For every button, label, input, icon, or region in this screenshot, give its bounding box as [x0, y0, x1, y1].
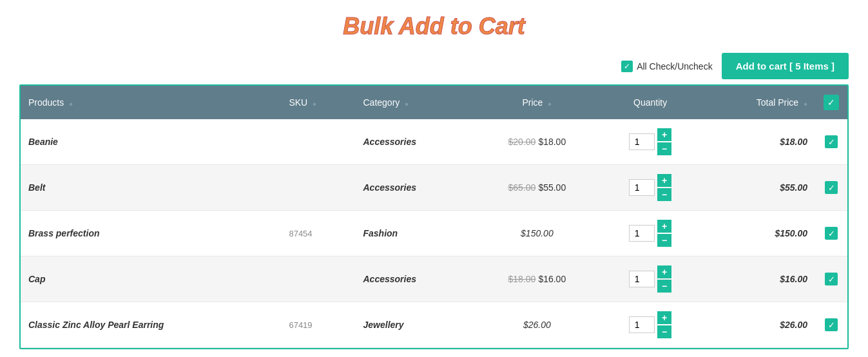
row-checkbox[interactable]: ✓ [825, 318, 838, 331]
product-checkbox-cell: ✓ [815, 211, 847, 256]
product-name: Brass perfection [28, 228, 99, 238]
qty-decrease-button[interactable]: − [657, 325, 671, 338]
sort-icon-products[interactable]: ⬦ [69, 100, 73, 107]
product-category: Accessories [363, 182, 417, 193]
check-all-label[interactable]: ✓ All Check/Uncheck [621, 61, 713, 72]
qty-buttons: + − [657, 174, 671, 201]
product-quantity-cell: + − [600, 119, 700, 165]
col-total-price: Total Price ⬦ [700, 86, 815, 119]
product-quantity-cell: + − [600, 256, 700, 302]
col-quantity: Quantity [600, 86, 700, 119]
page-title: Bulk Add to Cart [19, 13, 849, 40]
table-header-row: Products ⬦ SKU ⬦ Category ⬦ Price ⬦ Quan… [21, 86, 847, 119]
product-total-price: $55.00 [700, 165, 815, 211]
product-name: Classic Zinc Alloy Pearl Earring [28, 320, 164, 330]
product-name: Cap [28, 274, 45, 284]
quantity-input[interactable] [629, 225, 655, 242]
product-price-cell: $150.00 [474, 211, 600, 256]
qty-buttons: + − [657, 220, 671, 247]
qty-decrease-button[interactable]: − [657, 188, 671, 201]
price-regular: $150.00 [521, 228, 554, 238]
product-checkbox-cell: ✓ [815, 302, 847, 348]
table-body: BeanieAccessories$20.00$18.00 + − $18.00… [21, 119, 847, 348]
row-checkbox[interactable]: ✓ [825, 227, 838, 240]
qty-decrease-button[interactable]: − [657, 234, 671, 247]
product-total-price: $150.00 [700, 211, 815, 256]
product-category: Jewellery [363, 320, 404, 330]
qty-decrease-button[interactable]: − [657, 280, 671, 293]
table-row: Brass perfection87454Fashion$150.00 + − … [21, 211, 847, 256]
product-category: Fashion [363, 228, 398, 238]
qty-wrapper: + − [608, 128, 692, 155]
products-table: Products ⬦ SKU ⬦ Category ⬦ Price ⬦ Quan… [21, 86, 847, 348]
price-regular: $26.00 [523, 320, 551, 330]
price-original: $65.00 [508, 182, 536, 193]
table-row: BeltAccessories$65.00$55.00 + − $55.00✓ [21, 165, 847, 211]
product-price-cell: $18.00$16.00 [474, 256, 600, 302]
price-sale: $16.00 [538, 274, 566, 284]
row-checkbox[interactable]: ✓ [825, 273, 838, 285]
product-quantity-cell: + − [600, 302, 700, 348]
product-price-cell: $65.00$55.00 [474, 165, 600, 211]
sort-icon-price[interactable]: ⬦ [548, 100, 552, 107]
page-wrapper: Bulk Add to Cart ✓ All Check/Uncheck Add… [0, 0, 868, 357]
product-total-price: $16.00 [700, 256, 815, 302]
qty-increase-button[interactable]: + [657, 265, 671, 278]
quantity-input[interactable] [629, 316, 655, 333]
product-category: Accessories [363, 274, 417, 284]
product-category: Accessories [363, 137, 417, 147]
product-checkbox-cell: ✓ [815, 165, 847, 211]
product-checkbox-cell: ✓ [815, 119, 847, 165]
qty-increase-button[interactable]: + [657, 311, 671, 324]
price-sale: $18.00 [538, 137, 566, 147]
price-sale: $55.00 [538, 182, 566, 193]
product-quantity-cell: + − [600, 211, 700, 256]
table-row: CapAccessories$18.00$16.00 + − $16.00✓ [21, 256, 847, 302]
qty-wrapper: + − [608, 265, 692, 293]
row-checkbox[interactable]: ✓ [825, 181, 838, 194]
price-original: $18.00 [508, 274, 536, 284]
qty-wrapper: + − [608, 174, 692, 201]
quantity-input[interactable] [629, 271, 655, 287]
qty-increase-button[interactable]: + [657, 220, 671, 233]
col-select: ✓ [815, 86, 847, 119]
qty-buttons: + − [657, 265, 671, 293]
products-table-wrapper: Products ⬦ SKU ⬦ Category ⬦ Price ⬦ Quan… [19, 84, 849, 349]
qty-wrapper: + − [608, 220, 692, 247]
product-name: Beanie [28, 137, 58, 147]
product-total-price: $18.00 [700, 119, 815, 165]
product-sku: 67419 [289, 320, 312, 330]
header-checkbox[interactable]: ✓ [824, 95, 839, 110]
qty-increase-button[interactable]: + [657, 174, 671, 187]
price-original: $20.00 [508, 137, 536, 147]
product-sku: 87454 [289, 229, 312, 238]
product-price-cell: $26.00 [474, 302, 600, 348]
product-checkbox-cell: ✓ [815, 256, 847, 302]
col-price: Price ⬦ [474, 86, 600, 119]
sort-icon-sku[interactable]: ⬦ [313, 100, 316, 107]
product-price-cell: $20.00$18.00 [474, 119, 600, 165]
qty-buttons: + − [657, 128, 671, 155]
qty-decrease-button[interactable]: − [657, 142, 671, 155]
col-category: Category ⬦ [356, 86, 474, 119]
qty-increase-button[interactable]: + [657, 128, 671, 141]
table-row: Classic Zinc Alloy Pearl Earring67419Jew… [21, 302, 847, 348]
quantity-input[interactable] [629, 133, 655, 150]
col-sku: SKU ⬦ [281, 86, 355, 119]
table-row: BeanieAccessories$20.00$18.00 + − $18.00… [21, 119, 847, 165]
sort-icon-category[interactable]: ⬦ [405, 100, 409, 107]
toolbar: ✓ All Check/Uncheck Add to cart [ 5 Item… [19, 53, 849, 79]
col-products: Products ⬦ [21, 86, 281, 119]
product-name: Belt [28, 182, 45, 193]
add-to-cart-button[interactable]: Add to cart [ 5 Items ] [722, 53, 849, 79]
qty-wrapper: + − [608, 311, 692, 338]
check-all-checkbox[interactable]: ✓ [621, 61, 633, 72]
row-checkbox[interactable]: ✓ [825, 135, 838, 148]
check-all-text: All Check/Uncheck [637, 61, 713, 72]
sort-icon-total[interactable]: ⬦ [804, 100, 807, 107]
product-total-price: $26.00 [700, 302, 815, 348]
quantity-input[interactable] [629, 179, 655, 196]
qty-buttons: + − [657, 311, 671, 338]
product-quantity-cell: + − [600, 165, 700, 211]
